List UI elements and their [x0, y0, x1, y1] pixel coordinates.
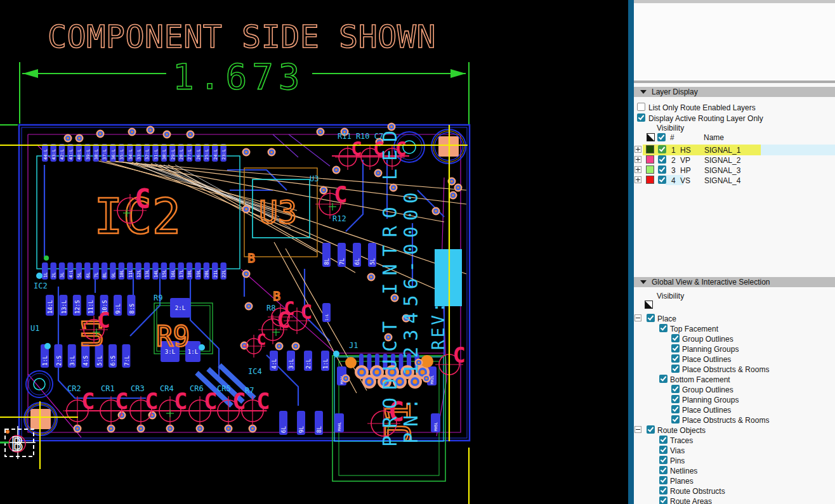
tree-item-label[interactable]: Bottom Facement: [670, 375, 730, 384]
layer-visibility-checkbox[interactable]: [658, 165, 666, 174]
layer-name[interactable]: SIGNAL_3: [704, 166, 740, 175]
layer-expand-icon[interactable]: [634, 156, 641, 163]
tree-item-label[interactable]: Place Obstructs & Rooms: [682, 416, 769, 425]
global-view-header[interactable]: Global View & Interactive Selection: [634, 277, 835, 287]
tree-checkbox[interactable]: [659, 436, 667, 444]
silkscreen-title: COMPONENT SIDE SHOWN: [48, 18, 436, 55]
svg-text:8L: 8L: [102, 273, 107, 278]
svg-text:7L: 7L: [94, 273, 99, 278]
design-canvas[interactable]: 44:L43:L42:L41:L40:L39:L38:L37:L36:L35:L…: [0, 0, 628, 504]
tree-item-label[interactable]: Pins: [670, 456, 685, 465]
layer-code[interactable]: VP: [680, 156, 690, 165]
svg-text:C: C: [115, 388, 129, 414]
layer-color-swatch[interactable]: [646, 176, 654, 184]
layer-name[interactable]: SIGNAL_1: [704, 146, 740, 155]
svg-text:C: C: [284, 298, 295, 320]
svg-text:3L: 3L: [60, 273, 65, 278]
svg-text:17L: 17L: [179, 269, 184, 278]
layer-expand-icon[interactable]: [634, 146, 641, 153]
collapse-triangle-icon[interactable]: [640, 280, 647, 284]
svg-text:23:L: 23:L: [221, 149, 227, 160]
tree-item-label[interactable]: Group Outlines: [682, 335, 733, 344]
tree-checkbox[interactable]: [671, 415, 680, 423]
display-active-routing-checkbox[interactable]: [637, 113, 645, 122]
tree-item-label[interactable]: Traces: [670, 436, 693, 445]
layer-color-swatch[interactable]: [646, 155, 654, 164]
visibility-all-checkbox[interactable]: [657, 133, 666, 141]
layer-code[interactable]: VS: [680, 176, 690, 185]
tree-item-label[interactable]: Vias: [670, 446, 685, 455]
global-view-tree: PlaceTop FacementGroup OutlinesPlanning …: [634, 313, 835, 504]
list-only-route-enabled-label: List Only Route Enabled Layers: [648, 103, 756, 112]
layer-number[interactable]: 1: [671, 146, 676, 155]
tree-checkbox[interactable]: [671, 334, 680, 342]
list-only-route-enabled-checkbox[interactable]: [637, 103, 645, 111]
tree-checkbox[interactable]: [671, 395, 680, 403]
tree-expand-icon[interactable]: [634, 426, 641, 433]
tree-item-label[interactable]: Place: [657, 314, 676, 323]
tree-item-label[interactable]: Route Areas: [670, 497, 712, 504]
svg-text:C: C: [135, 183, 150, 214]
layer-name[interactable]: SIGNAL_4: [704, 176, 740, 185]
layer-number[interactable]: 4: [671, 176, 676, 185]
tree-checkbox[interactable]: [671, 385, 680, 393]
svg-text:B: B: [273, 288, 280, 304]
svg-text:6L: 6L: [354, 258, 360, 265]
layer-number[interactable]: 2: [671, 156, 676, 165]
layer-visibility-checkbox[interactable]: [658, 145, 666, 153]
tree-item-label[interactable]: Route Obstructs: [670, 487, 725, 496]
layer-code[interactable]: HS: [680, 146, 691, 155]
tree-expand-icon[interactable]: [634, 314, 641, 321]
tree-checkbox[interactable]: [659, 446, 667, 454]
svg-text:C: C: [81, 388, 95, 414]
tree-checkbox[interactable]: [659, 496, 667, 504]
global-visibility-all-icon[interactable]: [645, 300, 653, 309]
pcb-design-app: 44:L43:L42:L41:L40:L39:L38:L37:L36:L35:L…: [0, 0, 835, 504]
svg-text:11:L: 11:L: [88, 300, 94, 314]
layer-visibility-checkbox[interactable]: [658, 176, 666, 184]
tree-checkbox[interactable]: [647, 314, 655, 322]
tree-checkbox[interactable]: [659, 324, 667, 332]
tree-item-label[interactable]: Group Outlines: [682, 385, 733, 394]
tree-item-label[interactable]: Planning Groups: [682, 345, 739, 354]
layer-visibility-checkbox[interactable]: [658, 155, 666, 164]
tree-item-label[interactable]: Netlines: [670, 467, 697, 475]
layer-list: 1HSSIGNAL_12VPSIGNAL_23HPSIGNAL_34VSSIGN…: [634, 145, 835, 190]
tree-checkbox[interactable]: [671, 354, 680, 363]
svg-text:14:L: 14:L: [47, 300, 53, 314]
svg-text:19L: 19L: [196, 269, 201, 278]
tree-checkbox[interactable]: [659, 466, 667, 474]
layer-display-header[interactable]: Layer Display: [634, 87, 835, 97]
pcb-drawing[interactable]: 44:L43:L42:L41:L40:L39:L38:L37:L36:L35:L…: [0, 0, 628, 504]
tree-checkbox[interactable]: [659, 476, 667, 484]
display-active-routing-label: Display Active Routing Layer Only: [648, 114, 763, 123]
layer-number[interactable]: 3: [671, 166, 676, 175]
layer-color-swatch[interactable]: [646, 145, 654, 153]
tree-checkbox[interactable]: [647, 425, 655, 434]
visibility-all-icon[interactable]: [647, 133, 655, 141]
tree-checkbox[interactable]: [659, 486, 667, 494]
panel-splitter[interactable]: [628, 0, 634, 504]
tree-checkbox[interactable]: [671, 405, 680, 413]
column-number-header: #: [670, 133, 674, 142]
layer-code[interactable]: HP: [680, 166, 691, 175]
svg-text:7L: 7L: [339, 258, 345, 265]
tree-item-label[interactable]: Planning Groups: [682, 396, 739, 404]
tree-item-label[interactable]: Planes: [670, 477, 694, 486]
tree-checkbox[interactable]: [671, 365, 680, 373]
tree-item-label[interactable]: Place Obstructs & Rooms: [682, 365, 769, 374]
layer-expand-icon[interactable]: [634, 176, 641, 183]
layer-name[interactable]: SIGNAL_2: [704, 156, 740, 165]
tree-item-label[interactable]: Route Objects: [657, 426, 706, 435]
layer-expand-icon[interactable]: [634, 166, 641, 173]
tree-checkbox[interactable]: [671, 344, 680, 352]
tree-item-label[interactable]: Place Outlines: [682, 406, 731, 415]
tree-item-label[interactable]: Place Outlines: [682, 355, 731, 364]
tree-item-label[interactable]: Top Facement: [670, 325, 718, 333]
layer-color-swatch[interactable]: [646, 165, 654, 174]
tree-checkbox[interactable]: [659, 375, 667, 383]
svg-text:MH4L: MH4L: [337, 422, 341, 431]
tree-checkbox[interactable]: [659, 456, 667, 464]
collapse-triangle-icon[interactable]: [640, 90, 647, 94]
svg-text:29:L: 29:L: [171, 149, 176, 160]
